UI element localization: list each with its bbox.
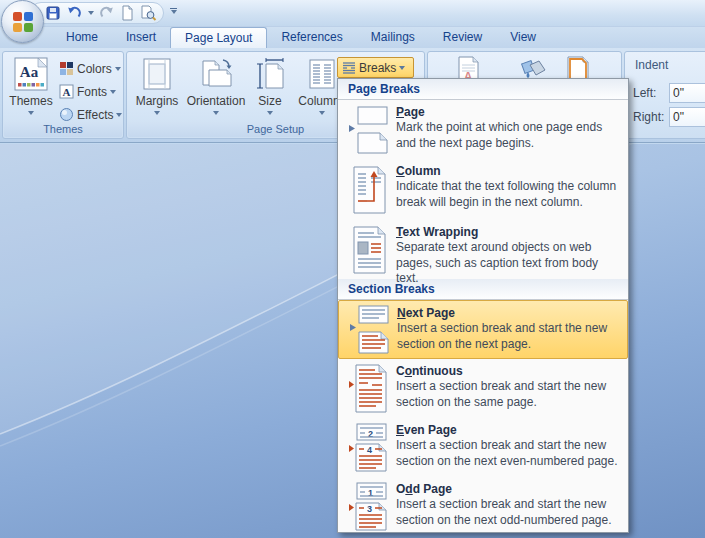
theme-colors-icon (59, 61, 74, 76)
tab-mailings[interactable]: Mailings (357, 27, 429, 48)
chevron-down-icon (213, 111, 219, 115)
even-page-break-icon: 2 4 (342, 421, 396, 475)
menu-item-title: Next Page (397, 306, 621, 320)
redo-button[interactable] (98, 4, 115, 22)
word-window: { "titlebar": { "icons": { "office_butto… (0, 0, 705, 538)
margins-icon (142, 56, 172, 92)
menu-item-description: Indicate that the text following the col… (396, 179, 622, 210)
themes-button[interactable]: Aa Themes (6, 54, 56, 120)
undo-dropdown-button[interactable] (87, 4, 95, 22)
orientation-icon (199, 56, 233, 92)
menu-item-text-wrapping[interactable]: Text Wrapping Separate text around objec… (338, 220, 628, 279)
title-bar (0, 0, 705, 27)
print-preview-icon (140, 5, 157, 21)
menu-item-title: Even Page (396, 423, 622, 437)
tab-references[interactable]: References (267, 27, 356, 48)
svg-text:A: A (63, 86, 71, 98)
menu-item-next-page[interactable]: Next Page Insert a section break and sta… (338, 300, 628, 359)
quick-access-toolbar (30, 2, 164, 24)
undo-icon (66, 5, 82, 21)
chevron-down-icon (267, 111, 273, 115)
chevron-down-icon (28, 111, 34, 115)
menu-item-description: Insert a section break and start the new… (396, 438, 622, 469)
odd-page-break-icon: 1 3 (342, 480, 396, 533)
menu-item-description: Mark the point at which one page ends an… (396, 120, 622, 151)
new-document-button[interactable] (119, 4, 136, 22)
breaks-menu: Page Breaks Page Mark the point at which… (337, 78, 629, 533)
redo-icon (99, 5, 115, 21)
breaks-icon (342, 61, 356, 75)
continuous-break-icon (342, 362, 396, 416)
menu-item-description: Insert a section break and start the new… (396, 497, 622, 528)
menu-item-title: Odd Page (396, 482, 622, 496)
breaks-button[interactable]: Breaks (337, 57, 414, 78)
text-wrapping-break-icon (342, 223, 396, 277)
svg-text:Aa: Aa (20, 64, 39, 80)
menu-item-page[interactable]: Page Mark the point at which one page en… (338, 100, 628, 159)
ribbon-tab-bar: Home Insert Page Layout References Maili… (0, 27, 705, 48)
themes-group: Aa Themes Colors A (2, 51, 124, 139)
menu-item-title: Continuous (396, 364, 622, 378)
chevron-down-icon (116, 113, 122, 117)
tab-page-layout[interactable]: Page Layout (170, 27, 267, 48)
tab-review[interactable]: Review (429, 27, 496, 48)
svg-text:3: 3 (367, 504, 372, 514)
office-button[interactable] (1, 0, 44, 43)
menu-header-page-breaks: Page Breaks (338, 79, 628, 100)
menu-item-title: Text Wrapping (396, 225, 622, 239)
indent-left-label: Left: (633, 86, 665, 100)
menu-item-continuous[interactable]: Continuous Insert a section break and st… (338, 359, 628, 418)
menu-item-column[interactable]: Column Indicate that the text following … (338, 159, 628, 220)
size-icon (255, 56, 285, 92)
svg-text:4: 4 (367, 445, 372, 455)
chevron-down-icon (88, 11, 94, 15)
size-button[interactable]: Size (249, 54, 291, 120)
paragraph-group: Indent Left: Right: (624, 51, 705, 139)
margins-button[interactable]: Margins (131, 54, 183, 120)
columns-icon (308, 56, 336, 92)
theme-colors-button[interactable]: Colors (57, 58, 123, 79)
chevron-down-icon (154, 111, 160, 115)
menu-item-title: Column (396, 164, 622, 178)
tab-view[interactable]: View (496, 27, 550, 48)
next-page-break-icon (343, 304, 397, 356)
indent-left-input[interactable] (669, 83, 705, 103)
theme-fonts-icon: A (59, 84, 74, 99)
chevron-down-icon (319, 111, 325, 115)
menu-item-title: Page (396, 105, 622, 119)
themes-aa-icon: Aa (14, 56, 48, 92)
chevron-down-icon (115, 67, 121, 71)
tab-home[interactable]: Home (52, 27, 112, 48)
save-icon (45, 5, 61, 21)
chevron-down-icon (399, 66, 405, 70)
themes-group-label: Themes (4, 122, 122, 137)
print-preview-button[interactable] (140, 4, 157, 22)
save-button[interactable] (45, 4, 62, 22)
indent-right-label: Right: (633, 110, 665, 124)
chevron-down-icon (171, 10, 177, 14)
indent-label: Indent (635, 58, 668, 72)
qat-customize-button[interactable] (170, 8, 177, 14)
undo-button[interactable] (66, 4, 83, 22)
menu-item-even-page[interactable]: 2 4 Even Page Insert a section break and… (338, 418, 628, 477)
tab-insert[interactable]: Insert (112, 27, 170, 48)
overline-icon (170, 8, 177, 9)
orientation-button[interactable]: Orientation (185, 54, 247, 120)
theme-fonts-button[interactable]: A Fonts (57, 81, 123, 102)
new-document-icon (120, 5, 135, 21)
menu-item-description: Insert a section break and start the new… (396, 379, 622, 410)
indent-right-input[interactable] (669, 107, 705, 127)
menu-item-odd-page[interactable]: 1 3 Odd Page Insert a section break and … (338, 477, 628, 533)
page-break-icon (342, 103, 396, 157)
office-logo-icon (13, 12, 33, 32)
menu-item-description: Insert a section break and start the new… (397, 321, 621, 352)
chevron-down-icon (110, 90, 116, 94)
theme-effects-icon (59, 107, 74, 122)
column-break-icon (342, 162, 396, 218)
